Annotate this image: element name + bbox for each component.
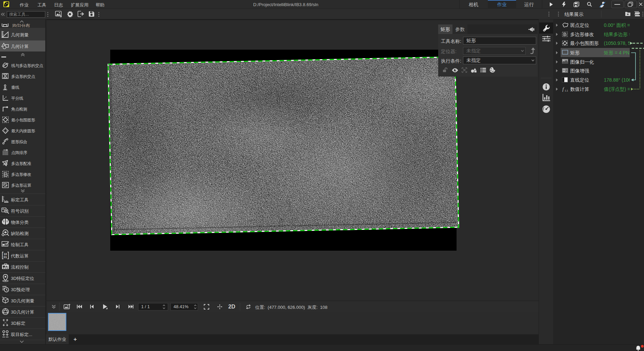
svg-text:ID: ID: [2, 208, 5, 210]
svg-text:01: 01: [4, 255, 7, 259]
